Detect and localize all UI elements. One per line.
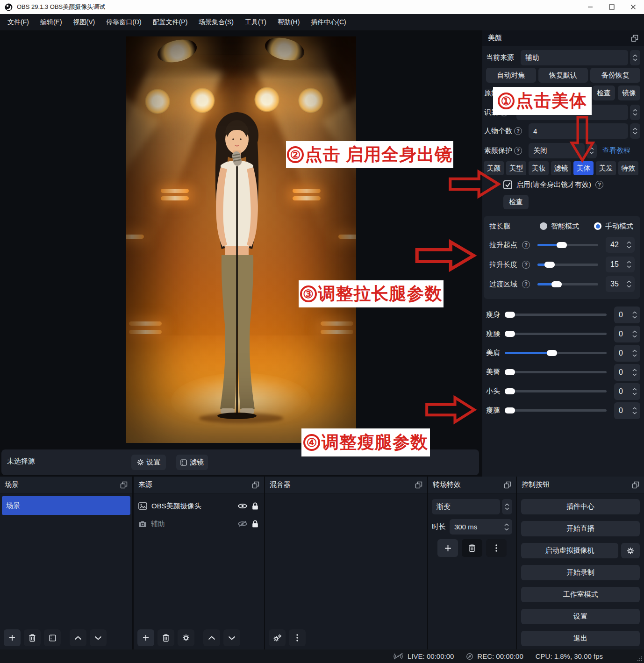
menu-help[interactable]: 帮助(H) — [272, 14, 305, 30]
enable-fullbody-checkbox[interactable] — [503, 180, 512, 189]
beauty-shoulder-value: 0 — [614, 349, 632, 357]
slim-leg-slider[interactable] — [505, 406, 607, 415]
popout-dock-icon[interactable] — [252, 481, 259, 489]
tab-meifa[interactable]: 美发 — [596, 161, 616, 175]
menu-tools[interactable]: 工具(T) — [239, 14, 272, 30]
menu-file[interactable]: 文件(F) — [2, 14, 35, 30]
remove-transition-button[interactable] — [462, 539, 482, 557]
settings-button[interactable]: 设置 — [521, 609, 640, 624]
source-filters-button[interactable]: 滤镜 — [176, 455, 208, 470]
slim-waist-slider[interactable] — [505, 329, 607, 339]
window-title: OBS 29.1.3 OBS美颜摄像头调试 — [17, 3, 105, 11]
current-source-combo[interactable]: 辅助 — [521, 50, 628, 65]
scene-down-button[interactable] — [90, 629, 107, 646]
minimize-button[interactable] — [580, 0, 601, 14]
source-settings-button[interactable]: 设置 — [131, 455, 166, 470]
menu-docks[interactable]: 停靠窗口(D) — [100, 14, 147, 30]
duration-spinbox[interactable]: 300 ms — [450, 519, 512, 535]
transitions-dock: 转场特效 渐变 时长 300 ms — [428, 477, 516, 649]
recognize-spinner[interactable] — [630, 105, 640, 120]
slim-body-value: 0 — [614, 311, 632, 319]
menu-view[interactable]: 视图(V) — [68, 14, 101, 30]
beauty-shoulder-numbox[interactable]: 0 — [614, 345, 640, 362]
transition-zone-slider[interactable] — [537, 279, 598, 289]
visibility-eye-icon[interactable] — [237, 503, 248, 509]
lock-icon[interactable] — [252, 502, 258, 510]
original-mirror-button[interactable]: 镜像 — [618, 86, 640, 100]
popout-dock-icon[interactable] — [504, 481, 511, 489]
source-properties-button[interactable] — [178, 629, 194, 646]
slim-waist-numbox[interactable]: 0 — [614, 326, 640, 342]
start-streaming-button[interactable]: 开始直播 — [521, 521, 640, 536]
slim-body-numbox[interactable]: 0 — [614, 307, 640, 323]
menu-scene-collection[interactable]: 场景集合(S) — [193, 14, 239, 30]
remove-scene-button[interactable] — [24, 629, 41, 646]
backup-restore-label: 备份恢复 — [601, 71, 630, 80]
menu-edit[interactable]: 编辑(E) — [35, 14, 68, 30]
popout-dock-icon[interactable] — [415, 481, 422, 489]
transition-menu-button[interactable] — [486, 539, 507, 557]
audio-settings-button[interactable] — [269, 629, 286, 646]
menu-profile[interactable]: 配置文件(P) — [147, 14, 193, 30]
resize-grip[interactable] — [637, 656, 643, 662]
exit-button[interactable]: 退出 — [521, 631, 640, 646]
manual-mode-radio[interactable]: 手动模式 — [594, 222, 633, 231]
scene-filters-button[interactable] — [44, 629, 61, 646]
tab-meiti[interactable]: 美体 — [573, 161, 594, 175]
lift-start-slider[interactable] — [537, 240, 598, 250]
scene-up-button[interactable] — [70, 629, 86, 646]
popout-dock-icon[interactable] — [631, 35, 638, 42]
tab-meixing[interactable]: 美型 — [506, 161, 526, 175]
backup-restore-button[interactable]: 备份恢复 — [590, 68, 640, 83]
person-count-spinner[interactable] — [630, 123, 640, 139]
current-source-spinner[interactable] — [630, 50, 640, 65]
source-down-button[interactable] — [223, 629, 240, 646]
beauty-shoulder-slider[interactable] — [505, 349, 607, 358]
small-head-numbox[interactable]: 0 — [614, 383, 640, 400]
start-recording-button[interactable]: 开始录制 — [521, 565, 640, 580]
source-list-item[interactable]: OBS美颜摄像头 — [134, 497, 264, 515]
transition-type-spinner[interactable] — [502, 499, 512, 514]
add-transition-button[interactable] — [437, 539, 458, 557]
beauty-hip-numbox[interactable]: 0 — [614, 364, 640, 381]
mixer-menu-button[interactable] — [289, 629, 306, 646]
maximize-button[interactable] — [601, 0, 623, 14]
virtual-camera-settings-button[interactable] — [621, 543, 640, 558]
source-list-item[interactable]: 辅助 — [134, 515, 264, 533]
slim-leg-numbox[interactable]: 0 — [614, 402, 640, 419]
tutorial-link[interactable]: 查看教程 — [602, 146, 630, 155]
lift-length-numbox[interactable]: 15 — [606, 257, 635, 272]
tab-meizhuang[interactable]: 美妆 — [529, 161, 549, 175]
lift-start-numbox[interactable]: 42 — [606, 237, 635, 253]
tab-lvjing[interactable]: 滤镜 — [551, 161, 571, 175]
smart-mode-radio[interactable]: 智能模式 — [540, 222, 579, 231]
lock-icon[interactable] — [252, 520, 258, 528]
smart-mode-label: 智能模式 — [551, 222, 579, 231]
popout-dock-icon[interactable] — [632, 481, 639, 489]
popout-dock-icon[interactable] — [120, 481, 128, 489]
small-head-slider[interactable] — [505, 387, 607, 396]
restore-default-button[interactable]: 恢复默认 — [538, 68, 588, 83]
visibility-eye-slash-icon[interactable] — [237, 520, 248, 527]
beauty-hip-slider[interactable] — [505, 368, 607, 377]
remove-source-button[interactable] — [157, 629, 174, 646]
person-count-value: 4 — [533, 127, 537, 135]
lift-length-slider[interactable] — [537, 260, 598, 269]
source-up-button[interactable] — [203, 629, 220, 646]
slim-body-slider[interactable] — [505, 310, 607, 320]
studio-mode-button[interactable]: 工作室模式 — [521, 587, 640, 602]
add-source-button[interactable] — [137, 629, 154, 646]
annotation-step2-number: ② — [287, 146, 304, 163]
start-virtual-camera-button[interactable]: 启动虚拟摄像机 — [521, 543, 618, 558]
autofocus-button[interactable]: 自动对焦 — [486, 68, 536, 83]
menu-plugin-center[interactable]: 插件中心(C) — [305, 14, 351, 30]
tab-texiao[interactable]: 特效 — [618, 161, 638, 175]
close-button[interactable] — [623, 0, 644, 14]
original-check-button[interactable]: 检查 — [593, 86, 615, 100]
body-check-button[interactable]: 检查 — [503, 195, 529, 209]
scene-list-item[interactable]: 场景 — [2, 496, 130, 515]
transition-zone-numbox[interactable]: 35 — [606, 276, 635, 292]
plugin-center-button[interactable]: 插件中心 — [521, 499, 640, 514]
add-scene-button[interactable] — [4, 629, 21, 646]
transition-type-combo[interactable]: 渐变 — [432, 499, 500, 514]
